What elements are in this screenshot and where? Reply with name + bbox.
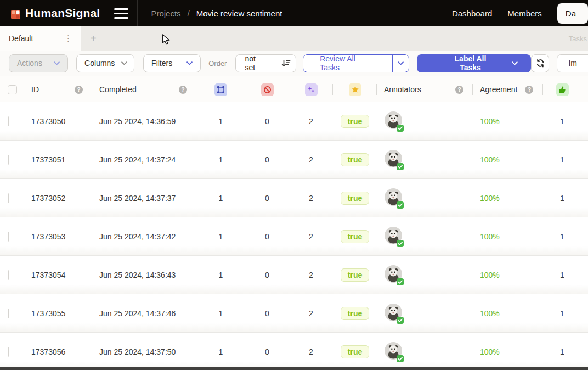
refresh-icon <box>536 59 545 68</box>
column-header-annotations[interactable] <box>196 76 245 103</box>
reviews-count: 1 <box>543 347 581 356</box>
table-row[interactable]: 17373052 Jun 25 2024, 14:37:37 1 0 2 tru… <box>0 179 588 217</box>
tab-options-kebab-icon[interactable]: ⋮ <box>62 33 75 43</box>
column-header-reviews[interactable] <box>543 76 581 103</box>
task-id: 17373054 <box>24 271 92 279</box>
help-icon[interactable]: ? <box>455 86 463 94</box>
predictions-count: 2 <box>289 347 333 356</box>
nav-link-members[interactable]: Members <box>507 9 542 18</box>
task-id: 17373052 <box>24 194 92 203</box>
brand-logo[interactable]: HumanSignal <box>11 7 100 20</box>
cancelled-count: 0 <box>245 347 289 356</box>
cancelled-count: 0 <box>245 271 289 279</box>
order-selector[interactable]: not set <box>235 54 296 72</box>
annotator-avatar[interactable] <box>385 352 402 361</box>
chevron-down-icon <box>512 61 518 65</box>
column-header-annotators[interactable]: Annotators ? <box>377 76 473 103</box>
table-row[interactable]: 17373056 Jun 25 2024, 14:37:50 1 0 2 tru… <box>0 333 588 370</box>
select-all-checkbox[interactable] <box>8 85 17 94</box>
breadcrumb-project-title: Movie review sentiment <box>196 9 282 18</box>
tab-default-label: Default <box>9 34 33 43</box>
ground-truth-badge: true <box>341 268 369 282</box>
ground-truth-badge: true <box>341 345 369 358</box>
order-label: Order <box>208 59 227 68</box>
table-header: ID ? Completed ? Annotators ? Agreement … <box>0 76 588 102</box>
table-row[interactable]: 17373050 Jun 25 2024, 14:36:59 1 0 2 tru… <box>0 102 588 141</box>
actions-dropdown-button[interactable]: Actions <box>9 54 68 72</box>
column-header-predictions[interactable] <box>289 76 333 103</box>
task-id: 17373055 <box>24 309 92 318</box>
task-id: 17373053 <box>24 232 92 241</box>
cancelled-count: 0 <box>245 232 289 241</box>
annotator-check-badge-icon <box>397 278 404 285</box>
row-checkbox[interactable] <box>8 193 9 203</box>
column-header-agreement[interactable]: Agreement ? <box>473 76 543 103</box>
tasks-counter-label: Tasks <box>569 26 587 51</box>
annotator-avatar[interactable] <box>385 237 402 246</box>
review-all-tasks-button[interactable]: Review All Tasks <box>303 54 409 72</box>
row-checkbox[interactable] <box>8 309 9 318</box>
row-checkbox[interactable] <box>8 116 9 126</box>
review-all-tasks-chevron[interactable] <box>392 55 409 72</box>
breadcrumb-projects[interactable]: Projects <box>151 9 180 18</box>
table-row[interactable]: 17373054 Jun 25 2024, 14:36:43 1 0 2 tru… <box>0 256 588 294</box>
data-manager-toolbar: Actions Columns Filters Order not set Re… <box>0 51 588 76</box>
table-row[interactable]: 17373051 Jun 25 2024, 14:37:24 1 0 2 tru… <box>0 141 588 179</box>
order-value[interactable]: not set <box>236 55 276 72</box>
table-row[interactable]: 17373053 Jun 25 2024, 14:37:42 1 0 2 tru… <box>0 217 588 256</box>
nav-data-manager-button[interactable]: Da <box>557 3 588 24</box>
agreement-value: 100% <box>473 155 543 164</box>
breadcrumb: Projects / Movie review sentiment <box>151 9 282 18</box>
review-all-tasks-label[interactable]: Review All Tasks <box>303 55 392 72</box>
ground-truth-badge: true <box>341 307 369 320</box>
row-checkbox[interactable] <box>8 347 9 357</box>
reviews-accepted-icon <box>556 83 569 96</box>
agreement-value: 100% <box>473 117 543 126</box>
annotator-avatar[interactable] <box>385 160 402 169</box>
cancelled-count: 0 <box>245 155 289 164</box>
column-header-ground-truth[interactable] <box>333 76 377 103</box>
top-nav: HumanSignal Projects / Movie review sent… <box>0 0 588 26</box>
tab-default[interactable]: Default ⋮ <box>0 26 81 51</box>
task-table-body: 17373050 Jun 25 2024, 14:36:59 1 0 2 tru… <box>0 102 588 370</box>
add-tab-button[interactable]: + <box>81 26 105 51</box>
help-icon[interactable]: ? <box>179 86 187 94</box>
nav-divider <box>137 0 138 26</box>
hamburger-menu-icon[interactable] <box>114 8 128 19</box>
cancelled-count: 0 <box>245 117 289 126</box>
annotations-count: 1 <box>196 347 245 356</box>
help-icon[interactable]: ? <box>75 86 83 94</box>
reviews-count: 1 <box>543 232 581 241</box>
help-icon[interactable]: ? <box>525 86 533 94</box>
table-row[interactable]: 17373055 Jun 25 2024, 14:37:46 1 0 2 tru… <box>0 294 588 333</box>
label-all-tasks-button[interactable]: Label All Tasks <box>417 54 531 72</box>
annotator-avatar[interactable] <box>385 199 402 208</box>
import-button[interactable]: Im <box>557 54 588 72</box>
refresh-button[interactable] <box>531 54 550 72</box>
task-completed: Jun 25 2024, 14:37:46 <box>92 309 196 318</box>
chevron-down-icon <box>121 61 127 65</box>
row-checkbox[interactable] <box>8 155 9 165</box>
column-header-cancelled[interactable] <box>245 76 289 103</box>
task-completed: Jun 25 2024, 14:37:42 <box>92 232 196 241</box>
annotator-avatar[interactable] <box>385 276 402 284</box>
cancelled-annotations-icon <box>261 83 274 96</box>
reviews-count: 1 <box>543 155 581 164</box>
brand-name: HumanSignal <box>25 7 100 20</box>
column-header-id[interactable]: ID ? <box>24 76 92 103</box>
annotations-count: 1 <box>196 155 245 164</box>
annotator-avatar[interactable] <box>385 122 402 131</box>
columns-dropdown-button[interactable]: Columns <box>76 54 134 72</box>
annotator-avatar[interactable] <box>385 314 402 323</box>
row-checkbox[interactable] <box>8 270 9 280</box>
annotations-count: 1 <box>196 271 245 279</box>
row-checkbox[interactable] <box>8 232 9 242</box>
agreement-value: 100% <box>473 194 543 203</box>
task-id: 17373056 <box>24 347 92 356</box>
column-header-completed[interactable]: Completed ? <box>92 76 196 103</box>
filters-dropdown-button[interactable]: Filters <box>143 54 201 72</box>
chevron-down-icon <box>398 61 404 65</box>
cancelled-count: 0 <box>245 194 289 203</box>
nav-link-dashboard[interactable]: Dashboard <box>452 9 492 18</box>
sort-direction-button[interactable] <box>276 55 296 72</box>
